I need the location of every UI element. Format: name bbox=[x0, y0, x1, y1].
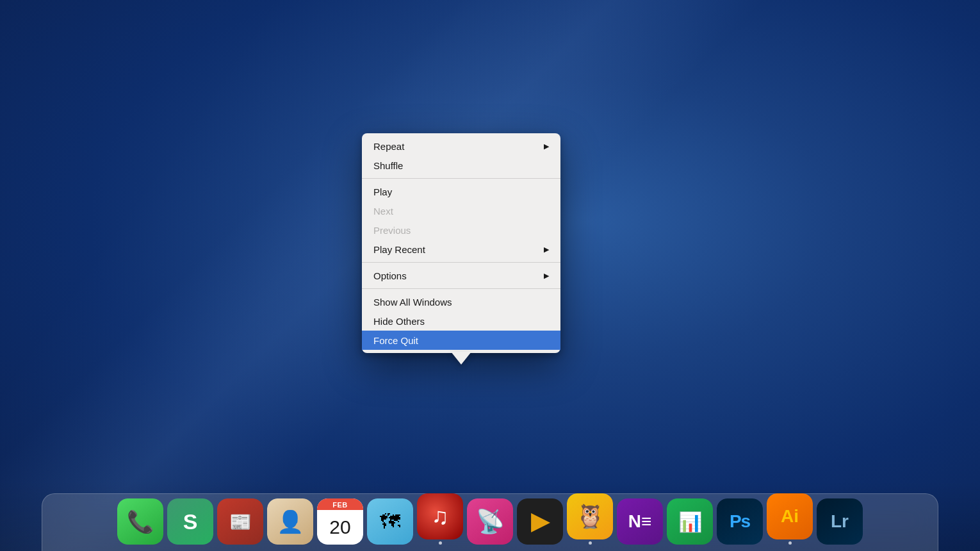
podcasts-icon: 📡 bbox=[476, 508, 505, 535]
menu-item-next: Next bbox=[362, 201, 560, 220]
dock-item-hootsuite[interactable]: 🦉 bbox=[567, 493, 613, 545]
dock-item-numbers[interactable]: 📊 bbox=[667, 498, 713, 545]
submenu-arrow-icon: ▶ bbox=[544, 272, 549, 280]
photoshop-icon: Ps bbox=[730, 511, 750, 532]
context-menu: Repeat ▶ Shuffle Play Next Previous Play… bbox=[362, 133, 560, 353]
menu-item-play-recent[interactable]: Play Recent ▶ bbox=[362, 240, 560, 259]
dock-item-illustrator[interactable]: Ai bbox=[767, 493, 813, 545]
submenu-arrow-icon: ▶ bbox=[544, 245, 549, 254]
dock-item-lightroom[interactable]: Lr bbox=[817, 498, 863, 545]
menu-section-window: Show All Windows Hide Others Force Quit bbox=[362, 288, 560, 353]
calendar-month: FEB bbox=[317, 498, 363, 510]
phone-icon: 📞 bbox=[127, 509, 154, 534]
hootsuite-icon: 🦉 bbox=[576, 503, 605, 530]
menu-item-shuffle[interactable]: Shuffle bbox=[362, 156, 560, 175]
menu-item-previous: Previous bbox=[362, 220, 560, 240]
dock-item-facetime[interactable]: 📞 bbox=[117, 498, 163, 545]
dock-item-plex[interactable]: ▶ bbox=[517, 498, 563, 545]
dock-item-contacts[interactable]: 👤 bbox=[267, 498, 313, 545]
dock-dot-illustrator bbox=[788, 541, 792, 545]
menu-item-repeat[interactable]: Repeat ▶ bbox=[362, 136, 560, 156]
dock-items-container: 📞 S 📰 👤 bbox=[111, 493, 869, 548]
menu-item-play[interactable]: Play bbox=[362, 182, 560, 201]
menu-item-force-quit[interactable]: Force Quit bbox=[362, 331, 560, 350]
submenu-arrow-icon: ▶ bbox=[544, 142, 549, 151]
menu-item-options[interactable]: Options ▶ bbox=[362, 266, 560, 285]
dock-item-podcasts[interactable]: 📡 bbox=[467, 498, 513, 545]
plex-icon: ▶ bbox=[531, 508, 549, 535]
dock-item-photoshop[interactable]: Ps bbox=[717, 498, 763, 545]
readkit-icon: 📰 bbox=[229, 511, 252, 532]
dock: 📞 S 📰 👤 bbox=[0, 481, 980, 551]
illustrator-icon: Ai bbox=[781, 506, 799, 527]
numbers-icon: 📊 bbox=[678, 511, 702, 533]
dock-dot-hootsuite bbox=[589, 541, 592, 545]
dock-item-readkit[interactable]: 📰 bbox=[217, 498, 263, 545]
menu-section-controls: Play Next Previous Play Recent ▶ bbox=[362, 178, 560, 262]
dock-dot-itunes bbox=[439, 541, 442, 545]
dock-item-maps[interactable]: 🗺 bbox=[367, 498, 413, 545]
scribus-icon: S bbox=[183, 509, 198, 534]
menu-item-hide-others[interactable]: Hide Others bbox=[362, 311, 560, 331]
contacts-icon: 👤 bbox=[277, 509, 304, 534]
menu-section-options: Options ▶ bbox=[362, 262, 560, 288]
dock-item-calendar[interactable]: FEB 20 bbox=[317, 498, 363, 545]
itunes-icon: ♫ bbox=[432, 503, 449, 530]
onenote-icon: N≡ bbox=[628, 511, 652, 532]
menu-item-show-all-windows[interactable]: Show All Windows bbox=[362, 292, 560, 311]
menu-section-playback: Repeat ▶ Shuffle bbox=[362, 133, 560, 178]
dock-item-onenote[interactable]: N≡ bbox=[617, 498, 663, 545]
lightroom-icon: Lr bbox=[831, 511, 849, 532]
maps-icon: 🗺 bbox=[380, 510, 400, 534]
dock-item-scribus[interactable]: S bbox=[167, 498, 213, 545]
dock-item-itunes[interactable]: ♫ bbox=[417, 493, 463, 545]
calendar-day: 20 bbox=[317, 510, 363, 545]
